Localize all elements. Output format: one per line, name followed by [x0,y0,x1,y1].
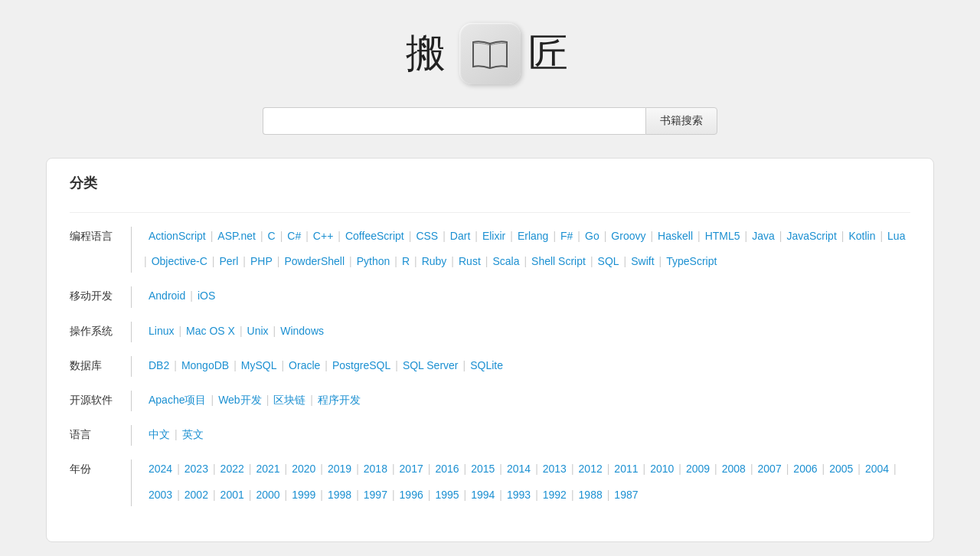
link-2013[interactable]: 2013 [538,458,571,480]
link-swift[interactable]: Swift [626,250,658,273]
link-ruby[interactable]: Ruby [417,250,452,273]
link-coffeescript[interactable]: CoffeeScript [341,225,409,247]
link-sql-server[interactable]: SQL Server [398,355,463,377]
category-divider [131,425,132,446]
link-haskell[interactable]: Haskell [653,225,697,247]
link-windows[interactable]: Windows [276,320,328,342]
link-2018[interactable]: 2018 [359,458,392,480]
link-2024[interactable]: 2024 [144,458,177,480]
link-2011[interactable]: 2011 [609,458,642,480]
link-objective-c[interactable]: Objective-C [147,250,212,273]
link-actionscript[interactable]: ActionScript [144,225,211,247]
link-sql[interactable]: SQL [593,250,624,273]
link-2005[interactable]: 2005 [825,458,858,480]
link-2003[interactable]: 2003 [144,484,177,506]
category-label: 语言 [70,424,131,444]
link-oracle[interactable]: Oracle [284,355,325,377]
search-input[interactable] [263,107,645,135]
link-powdershell[interactable]: PowderShell [279,250,349,273]
link-python[interactable]: Python [352,250,395,273]
link-r[interactable]: R [397,250,414,273]
link-html5[interactable]: HTML5 [701,225,745,247]
link-2015[interactable]: 2015 [466,458,499,480]
link-2021[interactable]: 2021 [251,458,284,480]
link-go[interactable]: Go [580,225,604,247]
link-2001[interactable]: 2001 [216,484,249,506]
link-css[interactable]: CSS [411,225,443,247]
link-mac-os-x[interactable]: Mac OS X [181,320,240,342]
link-erlang[interactable]: Erlang [513,225,553,247]
link-perl[interactable]: Perl [214,250,243,273]
link-unix[interactable]: Unix [243,320,273,342]
link-c[interactable]: C [263,225,280,247]
link-linux[interactable]: Linux [144,320,178,342]
link-1996[interactable]: 1996 [395,484,428,506]
link-程序开发[interactable]: 程序开发 [313,389,365,411]
link-英文[interactable]: 英文 [178,424,208,446]
link-1995[interactable]: 1995 [430,484,463,506]
link-c#[interactable]: C# [283,225,305,247]
link-2019[interactable]: 2019 [323,458,356,480]
link-c++[interactable]: C++ [309,225,338,247]
link-java[interactable]: Java [747,225,779,247]
link-db2[interactable]: DB2 [144,355,174,377]
link-postgresql[interactable]: PostgreSQL [328,355,395,377]
link-1998[interactable]: 1998 [323,484,356,506]
link-elixir[interactable]: Elixir [478,225,510,247]
link-中文[interactable]: 中文 [144,424,175,446]
link-android[interactable]: Android [144,285,190,307]
link-mysql[interactable]: MySQL [237,355,282,377]
link-2012[interactable]: 2012 [574,458,607,480]
link-2007[interactable]: 2007 [753,458,786,480]
link-2023[interactable]: 2023 [180,458,213,480]
link-1999[interactable]: 1999 [287,484,320,506]
link-2008[interactable]: 2008 [717,458,750,480]
category-row: 开源软件Apache项目|Web开发|区块链|程序开发 [70,389,910,411]
link-apache项目[interactable]: Apache项目 [144,389,211,411]
link-2000[interactable]: 2000 [251,484,284,506]
link-mongodb[interactable]: MongoDB [177,355,234,377]
link-2017[interactable]: 2017 [395,458,428,480]
link-scala[interactable]: Scala [488,250,524,273]
link-1992[interactable]: 1992 [538,484,571,506]
header-text-left: 搬 [406,27,452,80]
link-2020[interactable]: 2020 [287,458,320,480]
link-2004[interactable]: 2004 [861,458,893,480]
link-2016[interactable]: 2016 [430,458,463,480]
link-2006[interactable]: 2006 [789,458,822,480]
link-typescript[interactable]: TypeScript [662,250,721,273]
link-1994[interactable]: 1994 [466,484,499,506]
link-2022[interactable]: 2022 [216,458,249,480]
category-links: Android|iOS [144,285,220,307]
link-区块链[interactable]: 区块链 [269,389,310,411]
link-2014[interactable]: 2014 [502,458,535,480]
link-sqlite[interactable]: SQLite [466,355,508,377]
link-lua[interactable]: Lua [883,225,910,247]
link-2010[interactable]: 2010 [645,458,678,480]
link-ios[interactable]: iOS [193,285,220,307]
category-divider [131,227,132,273]
category-label: 年份 [70,458,131,479]
link-dart[interactable]: Dart [446,225,475,247]
link-kotlin[interactable]: Kotlin [844,225,880,247]
link-javascript[interactable]: JavaScript [782,225,841,247]
link-1987[interactable]: 1987 [609,484,642,506]
category-links: Apache项目|Web开发|区块链|程序开发 [144,389,365,411]
link-php[interactable]: PHP [246,250,277,273]
link-1988[interactable]: 1988 [574,484,607,506]
category-row: 语言中文|英文 [70,424,910,446]
link-2009[interactable]: 2009 [681,458,714,480]
section-title: 分类 [70,174,910,198]
category-label: 开源软件 [70,389,131,410]
link-1997[interactable]: 1997 [359,484,392,506]
search-button[interactable]: 书籍搜索 [645,107,717,135]
link-f#[interactable]: F# [556,225,577,247]
link-shell-script[interactable]: Shell Script [527,250,590,273]
link-groovy[interactable]: Groovy [606,225,650,247]
search-area: 书籍搜索 [0,107,980,135]
link-asp.net[interactable]: ASP.net [213,225,260,247]
link-rust[interactable]: Rust [454,250,485,273]
link-2002[interactable]: 2002 [180,484,213,506]
link-1993[interactable]: 1993 [502,484,535,506]
link-web开发[interactable]: Web开发 [214,389,266,411]
